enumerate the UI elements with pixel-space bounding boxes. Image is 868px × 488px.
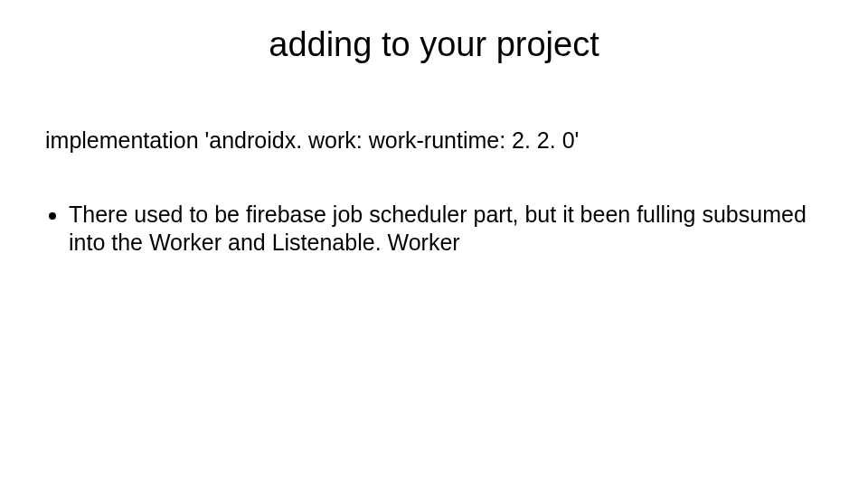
slide-body: implementation 'androidx. work: work-run… — [0, 127, 868, 258]
slide-title: adding to your project — [0, 0, 868, 64]
bullet-list: There used to be firebase job scheduler … — [45, 201, 823, 258]
slide: adding to your project implementation 'a… — [0, 0, 868, 488]
implementation-line: implementation 'androidx. work: work-run… — [45, 127, 823, 154]
bullet-item: There used to be firebase job scheduler … — [69, 201, 823, 258]
